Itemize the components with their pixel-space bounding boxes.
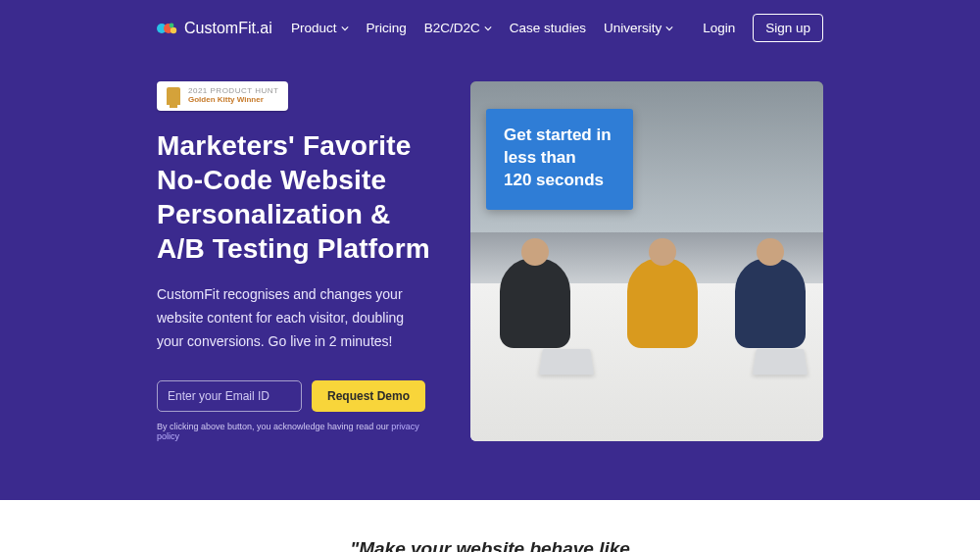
nav-product-label: Product — [291, 21, 337, 35]
hero-title-line4: A/B Testing Platform — [157, 233, 430, 264]
hero-title-line2: No-Code Website — [157, 165, 386, 195]
svg-point-2 — [171, 26, 176, 32]
nav-pricing[interactable]: Pricing — [367, 21, 407, 35]
hero-left-column: 2021 PRODUCT HUNT Golden Kitty Winner Ma… — [157, 81, 441, 441]
nav-b2c-label: B2C/D2C — [424, 21, 480, 35]
email-input[interactable] — [157, 380, 302, 412]
quote-line1: "Make your website behave like — [265, 535, 715, 552]
demo-form: Request Demo — [157, 380, 441, 412]
nav-university-label: University — [604, 21, 662, 35]
nav-case-studies[interactable]: Case studies — [510, 21, 586, 35]
badge-line2: Golden Kitty Winner — [188, 96, 278, 105]
hero-section: 2021 PRODUCT HUNT Golden Kitty Winner Ma… — [0, 56, 980, 500]
nav-product[interactable]: Product — [291, 21, 349, 35]
chevron-down-icon — [484, 25, 492, 32]
overlay-line1: Get started in — [504, 125, 612, 147]
form-disclaimer: By clicking above button, you acknowledg… — [157, 422, 441, 441]
overlay-line3: 120 seconds — [504, 170, 612, 192]
nav-login[interactable]: Login — [703, 21, 735, 35]
chevron-down-icon — [665, 25, 673, 32]
hero-title: Marketers' Favorite No-Code Website Pers… — [157, 128, 441, 266]
overlay-callout: Get started in less than 120 seconds — [486, 109, 633, 210]
signup-button[interactable]: Sign up — [753, 14, 823, 42]
hero-video-thumbnail[interactable]: Get started in less than 120 seconds — [470, 81, 823, 441]
trophy-icon — [167, 87, 180, 105]
chevron-down-icon — [341, 25, 349, 32]
hero-subtitle: CustomFit recognises and changes your we… — [157, 283, 421, 353]
svg-point-3 — [170, 23, 174, 27]
nav-university[interactable]: University — [604, 21, 673, 35]
brand-name: CustomFit.ai — [184, 20, 272, 37]
quote-text: "Make your website behave like it is bui… — [265, 535, 715, 552]
logo-mark-icon — [157, 21, 178, 36]
main-nav: Product Pricing B2C/D2C Case studies Uni… — [291, 14, 823, 42]
site-header: CustomFit.ai Product Pricing B2C/D2C Cas… — [0, 0, 980, 56]
nav-b2c[interactable]: B2C/D2C — [424, 21, 492, 35]
disclaimer-text: By clicking above button, you acknowledg… — [157, 422, 391, 431]
hero-title-line1: Marketers' Favorite — [157, 130, 411, 161]
request-demo-button[interactable]: Request Demo — [312, 380, 425, 412]
quote-section: "Make your website behave like it is bui… — [0, 500, 980, 552]
brand-logo[interactable]: CustomFit.ai — [157, 20, 272, 37]
overlay-line2: less than — [504, 147, 612, 170]
award-badge[interactable]: 2021 PRODUCT HUNT Golden Kitty Winner — [157, 81, 288, 111]
badge-text: 2021 PRODUCT HUNT Golden Kitty Winner — [188, 87, 278, 105]
hero-title-line3: Personalization & — [157, 199, 390, 229]
